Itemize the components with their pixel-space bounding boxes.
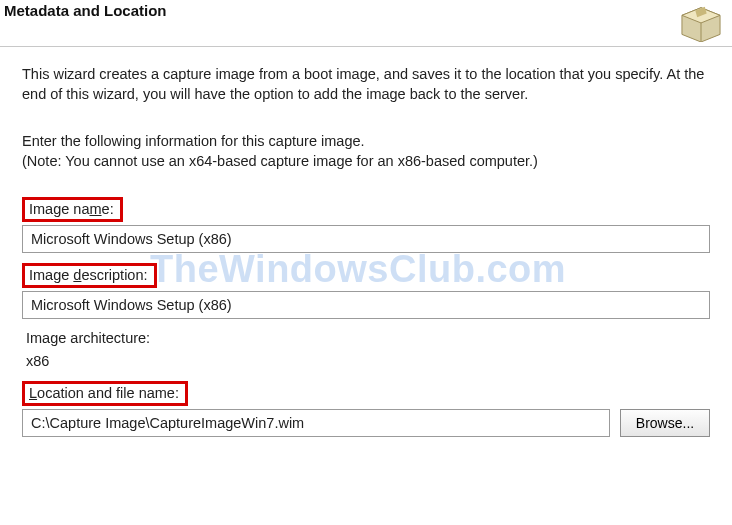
subintro-line1: Enter the following information for this… (22, 133, 365, 149)
image-name-label: Image name: (29, 201, 114, 217)
page-title: Metadata and Location (4, 2, 167, 19)
image-description-label: Image description: (29, 267, 148, 283)
image-architecture-value: x86 (22, 351, 710, 381)
location-row: Browse... (22, 409, 710, 437)
location-label: Location and file name: (29, 385, 179, 401)
location-input[interactable] (22, 409, 610, 437)
subintro-text: Enter the following information for this… (22, 132, 710, 171)
wizard-content: This wizard creates a capture image from… (0, 47, 732, 447)
box-icon (678, 2, 724, 42)
browse-button[interactable]: Browse... (620, 409, 710, 437)
image-description-label-highlight: Image description: (22, 263, 157, 288)
image-description-input[interactable] (22, 291, 710, 319)
intro-text: This wizard creates a capture image from… (22, 65, 710, 104)
image-architecture-label: Image architecture: (26, 330, 150, 346)
image-name-label-highlight: Image name: (22, 197, 123, 222)
wizard-header: Metadata and Location (0, 0, 732, 42)
subintro-line2: (Note: You cannot use an x64-based captu… (22, 153, 538, 169)
image-architecture-label-wrap: Image architecture: (22, 329, 156, 348)
image-name-input[interactable] (22, 225, 710, 253)
location-label-highlight: Location and file name: (22, 381, 188, 406)
